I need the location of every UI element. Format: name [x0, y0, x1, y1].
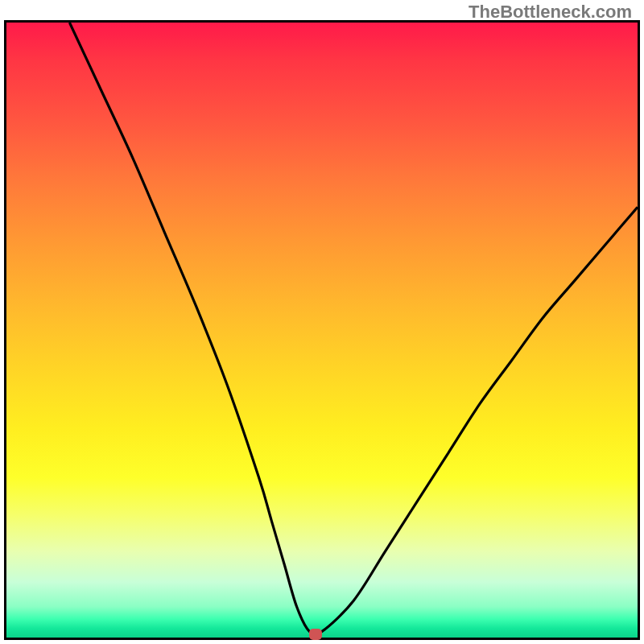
plot-frame: [4, 20, 640, 640]
bottleneck-curve: [69, 23, 638, 635]
chart-container: TheBottleneck.com: [0, 0, 644, 644]
watermark-text: TheBottleneck.com: [469, 2, 632, 23]
curve-layer: [6, 23, 638, 638]
optimal-point-marker: [309, 629, 322, 640]
